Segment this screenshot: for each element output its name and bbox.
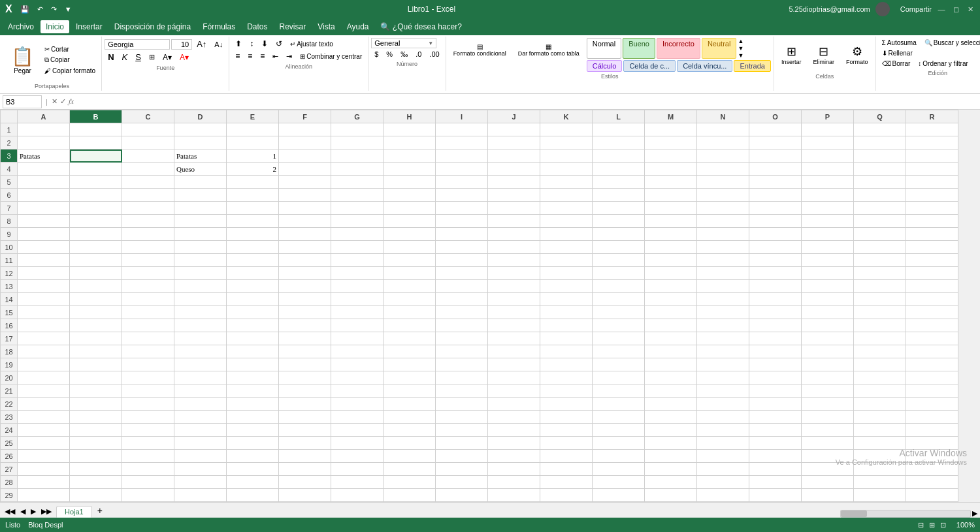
cell-C3[interactable] [122,149,174,163]
formato-condicional-button[interactable]: ▤ Formato condicional [449,38,511,61]
cell-E16[interactable] [227,319,279,332]
cell-R15[interactable] [906,306,958,319]
cell-P5[interactable] [802,176,854,189]
cell-R9[interactable] [906,228,958,241]
cell-Q30[interactable] [854,502,906,503]
cell-G8[interactable] [331,215,384,228]
cell-D6[interactable] [174,189,227,202]
cell-O8[interactable] [749,215,802,228]
cell-N9[interactable] [697,228,749,241]
cell-M9[interactable] [645,228,697,241]
cell-M4[interactable] [645,163,697,176]
cell-J14[interactable] [488,293,540,306]
menu-revisar[interactable]: Revisar [274,20,312,33]
cell-B10[interactable] [70,241,122,254]
cell-I14[interactable] [436,293,488,306]
cell-L5[interactable] [593,176,645,189]
cell-H7[interactable] [384,202,436,215]
cell-D3[interactable]: Patatas [174,149,227,163]
cell-Q20[interactable] [854,371,906,384]
cell-H24[interactable] [384,424,436,437]
menu-formulas[interactable]: Fórmulas [197,20,240,33]
cell-M15[interactable] [645,306,697,319]
cell-J26[interactable] [488,450,540,463]
cell-G13[interactable] [331,280,384,293]
cell-L10[interactable] [593,241,645,254]
menu-datos[interactable]: Datos [242,20,272,33]
cell-M16[interactable] [645,319,697,332]
cell-F8[interactable] [279,215,331,228]
cell-H9[interactable] [384,228,436,241]
cell-N8[interactable] [697,215,749,228]
cell-N10[interactable] [697,241,749,254]
cell-O6[interactable] [749,189,802,202]
cell-D4[interactable]: Queso [174,163,227,176]
cell-M3[interactable] [645,149,697,163]
cell-B21[interactable] [70,384,122,398]
row-header-27[interactable]: 27 [1,463,18,476]
cell-M7[interactable] [645,202,697,215]
col-header-Q[interactable]: Q [854,110,906,123]
cell-D12[interactable] [174,267,227,280]
cell-C6[interactable] [122,189,174,202]
cell-P8[interactable] [802,215,854,228]
cell-L30[interactable] [593,502,645,503]
cell-B28[interactable] [70,476,122,489]
cell-G18[interactable] [331,345,384,358]
row-header-10[interactable]: 10 [1,241,18,254]
row-header-19[interactable]: 19 [1,358,18,371]
cell-F9[interactable] [279,228,331,241]
cell-H1[interactable] [384,123,436,136]
cell-A24[interactable] [18,424,70,437]
cell-A11[interactable] [18,254,70,267]
style-entrada-button[interactable]: Entrada [734,60,771,72]
menu-inicio[interactable]: Inicio [41,20,69,33]
cell-D19[interactable] [174,358,227,371]
currency-button[interactable]: $ [371,49,382,59]
cell-P4[interactable] [802,163,854,176]
menu-archivo[interactable]: Archivo [3,20,39,33]
cell-P13[interactable] [802,280,854,293]
cell-E3[interactable]: 1 [227,149,279,163]
cell-E8[interactable] [227,215,279,228]
cell-M1[interactable] [645,123,697,136]
align-bottom-button[interactable]: ⬇ [258,38,271,50]
cell-R4[interactable] [906,163,958,176]
style-incorrecto-button[interactable]: Incorrecto [657,38,700,59]
cell-M28[interactable] [645,476,697,489]
row-header-2[interactable]: 2 [1,136,18,149]
cell-K16[interactable] [540,319,593,332]
cell-F10[interactable] [279,241,331,254]
cell-C15[interactable] [122,306,174,319]
cell-R30[interactable] [906,502,958,503]
col-header-N[interactable]: N [697,110,749,123]
col-header-O[interactable]: O [749,110,802,123]
cell-A13[interactable] [18,280,70,293]
cell-R22[interactable] [906,398,958,411]
cell-Q21[interactable] [854,384,906,398]
minimize-button[interactable]: — [937,5,946,14]
cell-C22[interactable] [122,398,174,411]
view-page-button[interactable]: ⊡ [940,521,946,529]
cell-I20[interactable] [436,371,488,384]
cell-P29[interactable] [802,489,854,502]
cell-O2[interactable] [749,136,802,149]
cell-F16[interactable] [279,319,331,332]
cell-C19[interactable] [122,358,174,371]
cell-F19[interactable] [279,358,331,371]
cell-B1[interactable] [70,123,122,136]
cell-P22[interactable] [802,398,854,411]
row-header-18[interactable]: 18 [1,345,18,358]
row-header-7[interactable]: 7 [1,202,18,215]
cell-F21[interactable] [279,384,331,398]
cell-C20[interactable] [122,371,174,384]
cell-N6[interactable] [697,189,749,202]
cell-B25[interactable] [70,437,122,450]
cell-M23[interactable] [645,411,697,424]
row-header-15[interactable]: 15 [1,306,18,319]
cell-F13[interactable] [279,280,331,293]
decimal-increase-button[interactable]: .0 [412,49,425,59]
cell-K26[interactable] [540,450,593,463]
cell-I11[interactable] [436,254,488,267]
cell-Q4[interactable] [854,163,906,176]
